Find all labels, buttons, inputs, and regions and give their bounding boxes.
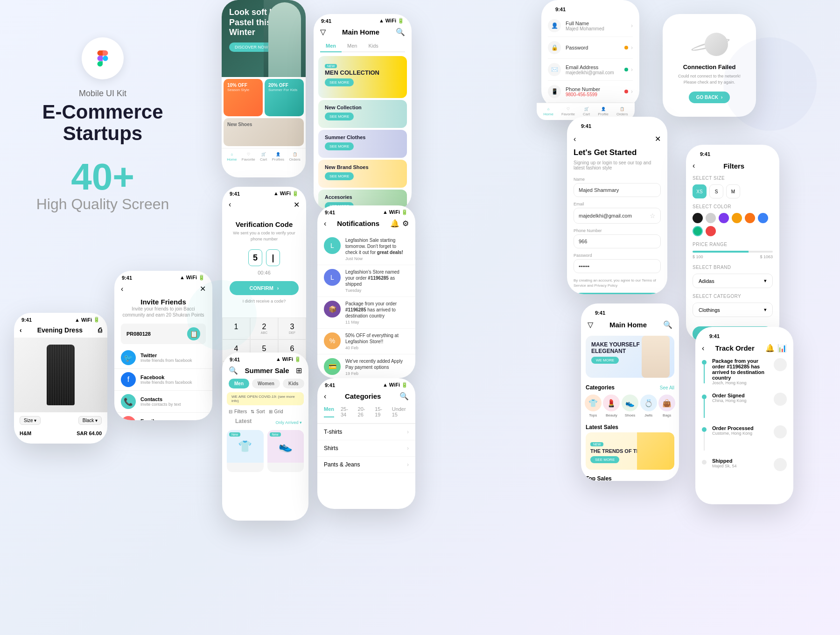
share-icon[interactable]: ⎙ xyxy=(98,326,102,334)
contacts-item[interactable]: 📞 Contacts Invite contacts by text xyxy=(114,391,212,413)
promo-season[interactable]: 10% OFF Season Style xyxy=(224,79,263,116)
cat-beauty[interactable]: 💄 Beauty xyxy=(603,395,620,417)
filter-icon[interactable]: ▽ xyxy=(588,320,593,329)
price-slider[interactable] xyxy=(693,251,773,253)
color-gray[interactable] xyxy=(706,213,716,223)
code-input[interactable]: 5 | xyxy=(230,249,299,266)
nav-profile[interactable]: 👤Profiles xyxy=(272,152,284,162)
nav-home[interactable]: ⌂Home xyxy=(544,107,553,116)
back-btn[interactable]: ‹ xyxy=(121,285,123,293)
key-3[interactable]: 3DEF xyxy=(278,318,306,339)
notif-item-2[interactable]: L Legfashion's Store named your order #1… xyxy=(317,265,415,297)
color-blue[interactable] xyxy=(758,213,768,223)
filters-button[interactable]: ⊟ Filters xyxy=(229,409,247,414)
nav-orders[interactable]: 📋Orders xyxy=(616,107,628,116)
nav-cart[interactable]: 🛒Cart xyxy=(583,107,590,116)
account-fullname[interactable]: 👤 Full Name Majed Mohammed › xyxy=(548,15,633,37)
key-1[interactable]: 1 xyxy=(222,318,250,339)
nav-fav[interactable]: ♡Favorite xyxy=(561,107,575,116)
color-black[interactable] xyxy=(693,213,703,223)
tab-teen[interactable]: 15-19 xyxy=(375,406,385,417)
close-btn[interactable]: ✕ xyxy=(200,284,206,293)
color-orange[interactable] xyxy=(745,213,755,223)
color-selector[interactable]: Black ▾ xyxy=(78,416,102,425)
close-btn[interactable]: ✕ xyxy=(294,200,300,209)
cat-shirts[interactable]: Shirts › xyxy=(317,440,415,457)
summer-clothes-card[interactable]: Summer Clothes SEE MORE xyxy=(318,130,407,158)
account-password[interactable]: 🔒 Password › xyxy=(548,37,633,59)
tab-kids[interactable]: Kids xyxy=(363,40,384,51)
code-digit-1[interactable]: 5 xyxy=(248,249,262,266)
password-input[interactable]: •••••• xyxy=(574,259,661,273)
notif-item-5[interactable]: 💳 We've recently added Apply Pay payment… xyxy=(317,354,415,378)
cat-jewelry[interactable]: 💍 Jwlls xyxy=(640,395,657,417)
settings-icon[interactable]: ⚙ xyxy=(402,219,409,228)
hero-banner[interactable]: MAKE YOURSELF ELEGENANT WE MORE xyxy=(586,336,674,378)
nav-favorite[interactable]: ♡Favorite xyxy=(242,152,255,162)
confirm-button[interactable]: CONFIRM › xyxy=(230,281,299,295)
product-card-1[interactable]: New 👕 xyxy=(227,430,264,472)
promo-summer[interactable]: 20% OFF Summer For Kids xyxy=(265,79,304,116)
tab-men[interactable]: Men xyxy=(324,406,334,417)
email-input[interactable]: majedelkhi@gmail.com ☆ xyxy=(574,208,661,224)
signup-button[interactable]: SIGN UP › xyxy=(574,293,661,294)
color-yellow[interactable] xyxy=(732,213,742,223)
see-more-btn[interactable]: SEE MORE xyxy=(325,113,354,120)
tab-kids[interactable]: Kids xyxy=(283,379,304,388)
code-digit-2[interactable]: | xyxy=(266,249,280,266)
size-xs[interactable]: XS xyxy=(693,184,707,198)
see-more-btn[interactable]: SEE MORE xyxy=(325,142,354,150)
go-back-button[interactable]: GO BACK › xyxy=(689,92,730,103)
new-collection-card[interactable]: New Collection SEE MORE xyxy=(318,100,407,128)
email-item[interactable]: ✉ Email Invite friends via email xyxy=(114,413,212,420)
cat-bags[interactable]: 👜 Bags xyxy=(658,395,675,417)
filter-icon[interactable]: ▽ xyxy=(320,28,326,36)
size-m[interactable]: M xyxy=(726,184,740,198)
search-icon[interactable]: 🔍 xyxy=(396,28,405,36)
men-collection-card[interactable]: NEW MEN COLLECTION SEE MORE xyxy=(318,56,407,98)
promo-shoes[interactable]: New Shoes xyxy=(224,118,304,146)
cat-tshirts[interactable]: T-shirts › xyxy=(317,424,415,440)
search-icon[interactable]: 🔍 xyxy=(663,320,672,329)
sort-button[interactable]: ⇅ Sort xyxy=(251,409,265,414)
phone-input[interactable]: 966 xyxy=(574,234,661,248)
tab-women[interactable]: Men xyxy=(342,40,363,51)
see-more-btn[interactable]: SEE MORE xyxy=(325,78,354,86)
brand-shoes-card[interactable]: New Brand Shoes SEE MORE xyxy=(318,160,407,188)
cat-tops[interactable]: 👕 Tops xyxy=(585,395,602,417)
brand-select[interactable]: Adidas ▾ xyxy=(693,274,773,288)
nav-home[interactable]: ⌂Home xyxy=(227,152,237,162)
grid-button[interactable]: ⊞ Grid xyxy=(269,409,283,414)
sale-card[interactable]: NEW THE TRENDS OF THE SEASON SEE MORE xyxy=(586,432,674,470)
color-green[interactable] xyxy=(693,226,703,236)
search-icon[interactable]: 🔍 xyxy=(229,366,238,375)
tab-men[interactable]: Men xyxy=(320,40,342,52)
back-btn[interactable]: ‹ xyxy=(324,392,326,401)
nav-cart[interactable]: 🛒Cart xyxy=(260,152,267,162)
back-btn[interactable]: ‹ xyxy=(229,200,231,209)
back-btn[interactable]: ‹ xyxy=(693,162,695,170)
tab-mid[interactable]: 20-26 xyxy=(358,406,369,417)
nav-orders[interactable]: 📋Orders xyxy=(289,152,300,162)
evening-footer[interactable]: Size ▾ Black ▾ xyxy=(14,412,107,429)
search-icon[interactable]: 🔍 xyxy=(399,392,409,401)
size-s[interactable]: S xyxy=(709,184,723,198)
notif-item-3[interactable]: 📦 Package from your order #1196285 has a… xyxy=(317,297,415,329)
notif-item-4[interactable]: % 50% OFF of everything at Legfashion St… xyxy=(317,329,415,354)
name-input[interactable]: Majed Shammary xyxy=(574,183,661,197)
back-arrow[interactable]: ‹ xyxy=(20,326,22,334)
back-btn[interactable]: ‹ xyxy=(702,344,704,353)
twitter-item[interactable]: 🐦 Twitter Invite friends from facebook xyxy=(114,347,212,369)
category-select[interactable]: Clothings ▾ xyxy=(693,303,773,317)
see-more-btn[interactable]: WE MORE xyxy=(591,357,619,364)
cat-shoes[interactable]: 👟 Shoes xyxy=(622,395,638,417)
filter-icon[interactable]: ⊞ xyxy=(296,366,302,375)
color-red[interactable] xyxy=(706,226,716,236)
tab-range[interactable]: 25-34 xyxy=(341,406,351,417)
facebook-item[interactable]: f Facebook Invite friends from facebook xyxy=(114,369,212,391)
key-2[interactable]: 2ABC xyxy=(250,318,278,339)
account-email[interactable]: ✉️ Email Address majedelkhi@gmail.com › xyxy=(548,59,633,81)
resend-text[interactable]: I didn't receive a code? xyxy=(230,299,299,303)
account-phone[interactable]: 📱 Phone Number 9800-456-5599 › xyxy=(548,81,633,103)
product-card-2[interactable]: New 👟 xyxy=(267,430,304,472)
